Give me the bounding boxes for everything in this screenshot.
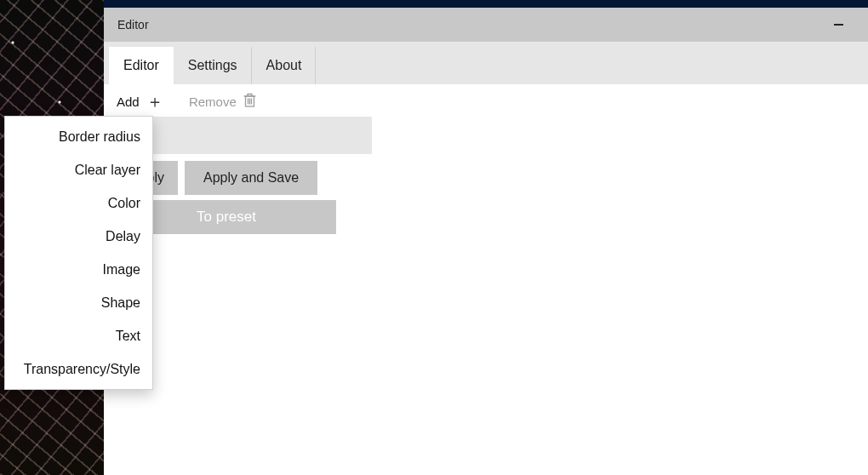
minimize-button[interactable] xyxy=(819,8,858,42)
add-label: Add xyxy=(117,94,140,109)
menu-item-delay[interactable]: Delay xyxy=(5,220,152,253)
apply-save-button[interactable]: Apply and Save xyxy=(185,161,317,195)
menu-item-border-radius[interactable]: Border radius xyxy=(5,120,152,153)
menu-item-color[interactable]: Color xyxy=(5,186,152,220)
toolbar-row: Add ＋ Remove xyxy=(104,84,386,115)
menu-item-transparency[interactable]: Transparency/Style xyxy=(5,352,152,386)
menu-item-text[interactable]: Text xyxy=(5,319,152,352)
tab-settings[interactable]: Settings xyxy=(174,47,252,84)
window-behind-edge xyxy=(104,0,868,8)
trash-icon xyxy=(243,93,256,110)
tab-about[interactable]: About xyxy=(252,47,317,84)
minimize-icon xyxy=(834,24,843,25)
plus-icon: ＋ xyxy=(146,93,163,110)
add-button[interactable]: Add ＋ xyxy=(117,93,163,110)
remove-button[interactable]: Remove xyxy=(189,93,256,110)
add-dropdown[interactable]: Border radius Clear layer Color Delay Im… xyxy=(4,116,153,390)
editor-window: Editor Editor Settings About Add ＋ Remov… xyxy=(104,8,868,475)
tab-editor[interactable]: Editor xyxy=(109,47,174,84)
menu-item-shape[interactable]: Shape xyxy=(5,286,152,319)
titlebar[interactable]: Editor xyxy=(104,8,868,42)
empty-panel xyxy=(117,117,372,154)
menu-item-image[interactable]: Image xyxy=(5,253,152,286)
menubar: Editor Settings About xyxy=(104,42,868,84)
remove-label: Remove xyxy=(189,94,237,109)
tab-strip: Editor Settings About xyxy=(109,47,316,84)
workspace: Add ＋ Remove A xyxy=(104,84,868,234)
window-title: Editor xyxy=(117,18,149,31)
menu-item-clear-layer[interactable]: Clear layer xyxy=(5,153,152,186)
